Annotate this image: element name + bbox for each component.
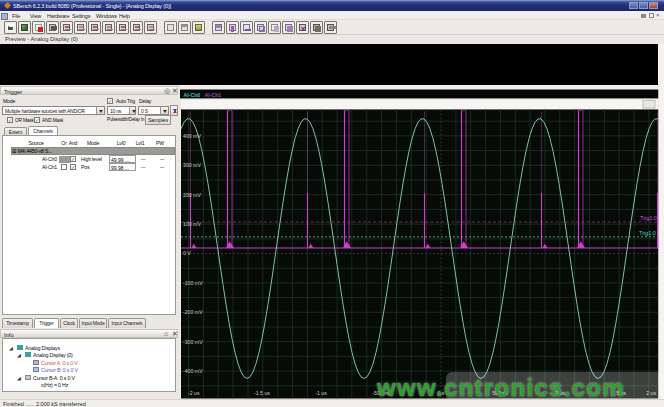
svg-text:200 mV: 200 mV [183, 192, 201, 198]
svg-text:-1 us: -1 us [315, 390, 327, 396]
svg-text:Trig1:0 S: Trig1:0 S [639, 230, 661, 236]
svg-text:0 V: 0 V [183, 250, 191, 256]
svg-text:300 mV: 300 mV [183, 162, 201, 168]
svg-text:AI-Ch1: AI-Ch1 [205, 92, 222, 98]
svg-text:-300 mV: -300 mV [183, 339, 203, 345]
svg-text:-100 mV: -100 mV [183, 280, 203, 286]
svg-text:-200 mV: -200 mV [183, 309, 203, 315]
svg-text:-1.5 us: -1.5 us [254, 390, 270, 396]
svg-text:AI-Ch0: AI-Ch0 [184, 92, 201, 98]
svg-text:100 mV: 100 mV [183, 221, 201, 227]
svg-text:-2 us: -2 us [188, 390, 200, 396]
svg-text:-400 mV: -400 mV [183, 368, 203, 374]
svg-text:400 mV: 400 mV [183, 133, 201, 139]
